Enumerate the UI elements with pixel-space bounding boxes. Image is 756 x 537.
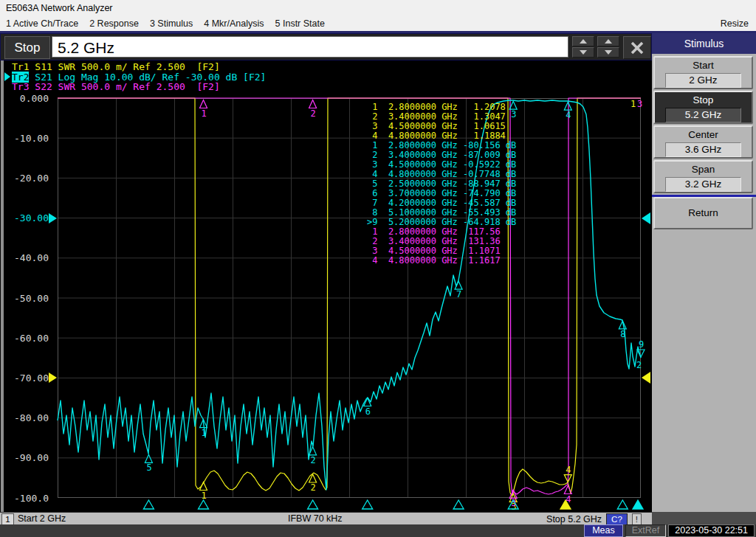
step-down-button[interactable] [597,47,619,58]
trace-number-edge-label: 2 [636,360,642,370]
marker-6-label: 6 [365,406,371,417]
measurement-plot: 12341234123456789132 [58,98,641,513]
trace-definition[interactable]: Tr3 S22 SWR 500.0 m/ Ref 2.500 [F2] [4,82,266,92]
menu-item[interactable]: 3 Stimulus [150,18,193,29]
marker-7-label: 7 [456,289,461,299]
y-axis-tick-label: -100.0 [3,493,49,504]
start-frequency-readout: Start 2 GHz [18,513,66,524]
correction-badge: C? [606,513,628,525]
channel-status-bar: 1 Start 2 GHz IFBW 70 kHz Stop 5.2 GHz C… [0,512,652,524]
y-axis-tick-label: -40.00 [3,252,49,263]
marker-4-icon [564,102,571,110]
menu-items: 1 Active Ch/Trace2 Response3 Stimulus4 M… [6,18,325,29]
softkey-span[interactable]: Span3.2 GHz [653,160,753,193]
trace-format: S22 SWR 500.0 m/ Ref 2.500 [F2] [29,81,219,92]
softkey-start[interactable]: Start2 GHz [653,56,753,89]
extref-status-badge: ExtRef [625,524,667,537]
ifbw-readout: IFBW 70 kHz [288,513,343,524]
step-up-button[interactable] [572,36,594,46]
close-icon [630,41,645,55]
yellow-reference-marker-right-icon [642,372,650,384]
y-axis-tick-label: -60.00 [3,333,49,344]
y-axis-tick-label: -70.00 [3,373,49,384]
marker-8-label: 8 [620,329,625,339]
menu-item[interactable]: 1 Active Ch/Trace [6,18,78,29]
marker-5-label: 5 [146,462,151,473]
arrow-down-icon [605,50,612,55]
y-axis-tick-label: -10.00 [3,133,49,144]
menu-item[interactable]: 4 Mkr/Analysis [204,18,264,29]
channel-bar-right: Stop 5.2 GHz C? ! [546,513,642,525]
instrument-status-bar: Meas ExtRef 2023-05-30 22:51 [0,524,756,537]
return-button[interactable]: Return [653,197,753,229]
marker-position-triangle [362,500,373,509]
marker-position-triangle [143,500,154,509]
entry-toolbar: Stop 5.2 GHz [0,33,652,60]
analyzer-screen: Tr1 S11 SWR 500.0 m/ Ref 2.500 [F2]Tr2 S… [0,60,652,512]
menu-item[interactable]: 2 Response [89,18,139,29]
trace-number-edge-label: 1 [630,99,636,109]
y-axis-tick-label: -50.00 [3,293,49,304]
resize-control[interactable]: Resize [721,18,749,29]
softkey-value: 5.2 GHz [665,108,741,122]
marker-1-label: 1 [202,108,207,119]
marker-position-triangle [633,500,643,509]
marker-position-triangle [453,500,464,509]
datetime-readout: 2023-05-30 22:51 [668,524,755,537]
marker-table-row: 4 4.8000000 GHz 1.1617 [367,256,516,266]
softkey-menu-title: Stimulus [652,33,756,54]
softkey-label: Start [655,60,752,71]
softkey-label: Center [655,129,752,140]
cyan-reference-marker-right-icon [642,212,650,224]
trace-definition[interactable]: Tr2 S21 Log Mag 10.00 dB/ Ref -30.00 dB … [4,72,266,83]
app-window: E5063A Network Analyzer 1 Active Ch/Trac… [0,0,756,537]
coarse-stepper [572,36,594,58]
trace-info-block: Tr1 S11 SWR 500.0 m/ Ref 2.500 [F2]Tr2 S… [4,62,266,92]
return-button-label: Return [655,198,752,228]
entry-close-button[interactable] [623,36,651,59]
softkey-value: 3.6 GHz [665,142,741,157]
menu-item[interactable]: 5 Instr State [275,18,325,29]
marker-2-icon [309,100,317,108]
meas-status-badge: Meas [584,524,623,537]
window-title: E5063A Network Analyzer [6,3,113,13]
softkey-label: Span [655,164,752,175]
channel-number: 1 [1,513,14,525]
stop-frequency-input[interactable]: 5.2 GHz [52,36,568,58]
marker-1-icon [200,100,207,108]
marker-2-label: 2 [311,108,316,119]
marker-4-label: 4 [566,110,571,120]
marker-position-triangle [308,500,318,509]
marker-position-triangle [199,500,209,509]
titlebar: E5063A Network Analyzer [0,0,756,16]
y-axis-tick-label: -30.00 [3,212,49,224]
y-axis-tick-label: -80.00 [3,412,49,423]
fine-stepper [597,36,619,58]
stop-frequency-readout: Stop 5.2 GHz [546,514,602,524]
marker-5-icon [145,454,152,462]
step-up-button[interactable] [597,36,619,46]
softkey-menu: Stimulus Start2 GHzStop5.2 GHzCenter3.6 … [652,33,756,512]
trace-name: Tr1 [12,61,29,72]
softkey-value: 3.2 GHz [665,177,741,192]
arrow-down-icon [580,50,587,55]
marker-1-label: 1 [202,428,207,438]
screen-edge-strip [1,60,4,512]
trace-name: Tr3 [12,81,29,92]
marker-position-triangle [617,500,628,509]
arrow-up-icon [580,39,587,44]
marker-2-label: 2 [311,482,316,493]
marker-table: 1 2.8000000 GHz 1.2078 2 3.4000000 GHz 1… [367,103,516,266]
trace-number-edge-label: 3 [637,99,642,109]
trace-definition[interactable]: Tr1 S11 SWR 500.0 m/ Ref 2.500 [F2] [4,62,266,72]
menubar: 1 Active Ch/Trace2 Response3 Stimulus4 M… [0,16,756,33]
sidebar-bottom-filler [652,512,756,524]
step-down-button[interactable] [572,47,594,58]
softkey-center[interactable]: Center3.6 GHz [653,125,753,159]
softkey-value: 2 GHz [665,73,741,88]
y-axis-tick-label: -90.00 [3,452,49,463]
marker-1-label: 1 [202,491,207,501]
marker-9-label: 9 [639,339,644,350]
marker-4-label: 4 [566,465,571,475]
softkey-stop[interactable]: Stop5.2 GHz [653,91,753,124]
